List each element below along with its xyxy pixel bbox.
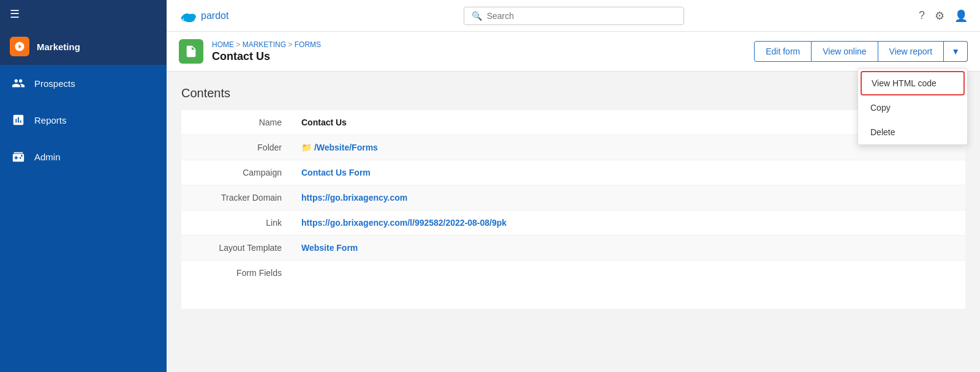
page-header-actions: Edit form View online View report ▼ View… [754, 41, 968, 62]
search-icon: 🔍 [472, 11, 482, 21]
marketing-label: Marketing [37, 42, 80, 52]
breadcrumb-home[interactable]: HOME [212, 40, 234, 49]
table-row: Folder 📁 /Website/Forms [181, 135, 965, 160]
table-row: Layout Template Website Form [181, 236, 965, 261]
table-row: Name Contact Us [181, 110, 965, 135]
breadcrumb: HOME > MARKETING > FORMS [212, 40, 321, 49]
view-online-button[interactable]: View online [812, 41, 878, 62]
contents-title: Contents [181, 86, 965, 100]
sidebar-item-prospects-label: Prospects [34, 78, 75, 89]
sidebar-item-reports-label: Reports [34, 115, 67, 125]
dropdown-menu: View HTML code Copy Delete [858, 68, 968, 145]
sidebar-item-reports[interactable]: Reports [0, 102, 167, 138]
row-value-tracker-domain: https://go.brixagency.com [292, 185, 965, 210]
prospects-icon [10, 75, 27, 92]
tracker-domain-link[interactable]: https://go.brixagency.com [301, 193, 407, 203]
search-container: 🔍 [228, 7, 919, 25]
row-value-campaign: Contact Us Form [292, 160, 965, 185]
table-row: Link https://go.brixagency.com/l/992582/… [181, 210, 965, 236]
edit-form-button[interactable]: Edit form [754, 41, 812, 62]
logo-area: sf pardot [179, 8, 228, 24]
sidebar: ☰ Marketing Prospects Reports Admin [0, 0, 167, 372]
admin-icon [10, 148, 27, 165]
view-report-button[interactable]: View report [878, 41, 944, 62]
reports-icon [10, 111, 27, 128]
copy-item[interactable]: Copy [858, 95, 967, 120]
settings-icon[interactable]: ⚙ [935, 9, 944, 23]
topbar-actions: ? ⚙ 👤 [919, 9, 968, 23]
row-label-tracker-domain: Tracker Domain [181, 185, 292, 210]
breadcrumb-sep1: > [234, 40, 243, 49]
row-value-link: https://go.brixagency.com/l/992582/2022-… [292, 210, 965, 236]
search-box: 🔍 [464, 7, 684, 25]
help-icon[interactable]: ? [919, 9, 925, 22]
form-icon-box [179, 39, 203, 64]
sidebar-top: ☰ [0, 0, 167, 28]
view-html-code-item[interactable]: View HTML code [861, 71, 965, 95]
sidebar-item-prospects[interactable]: Prospects [0, 65, 167, 102]
form-link[interactable]: https://go.brixagency.com/l/992582/2022-… [301, 218, 507, 228]
table-row: Tracker Domain https://go.brixagency.com [181, 185, 965, 210]
svg-point-3 [184, 15, 195, 22]
table-row: Form Fields [181, 261, 965, 310]
row-label-layout-template: Layout Template [181, 236, 292, 261]
marketing-icon [10, 37, 29, 56]
sidebar-item-marketing[interactable]: Marketing [0, 28, 167, 65]
page-title: Contact Us [212, 50, 321, 63]
hamburger-icon[interactable]: ☰ [10, 7, 20, 21]
row-label-campaign: Campaign [181, 160, 292, 185]
search-input[interactable] [487, 11, 676, 21]
row-value-form-fields [292, 261, 965, 310]
table-row: Campaign Contact Us Form [181, 160, 965, 185]
breadcrumb-forms[interactable]: FORMS [295, 40, 321, 49]
salesforce-logo: sf [179, 8, 201, 24]
folder-link[interactable]: 📁 /Website/Forms [301, 143, 378, 152]
layout-template-link[interactable]: Website Form [301, 243, 358, 253]
page-header: HOME > MARKETING > FORMS Contact Us Edit… [167, 32, 980, 72]
row-label-name: Name [181, 110, 292, 135]
breadcrumb-marketing[interactable]: MARKETING [243, 40, 286, 49]
page-header-info: HOME > MARKETING > FORMS Contact Us [212, 40, 321, 63]
dropdown-toggle-button[interactable]: ▼ [944, 41, 968, 62]
row-label-link: Link [181, 210, 292, 236]
user-icon[interactable]: 👤 [954, 9, 968, 23]
details-table: Name Contact Us Folder 📁 /Website/Forms … [181, 110, 965, 310]
sidebar-item-admin[interactable]: Admin [0, 138, 167, 175]
row-label-form-fields: Form Fields [181, 261, 292, 310]
topbar: sf pardot 🔍 ? ⚙ 👤 [167, 0, 980, 32]
delete-item[interactable]: Delete [858, 120, 967, 144]
main-content: sf pardot 🔍 ? ⚙ 👤 HOME > MARKETING > FOR… [167, 0, 980, 372]
row-value-layout-template: Website Form [292, 236, 965, 261]
sidebar-item-admin-label: Admin [34, 152, 61, 162]
pardot-logo-text: pardot [201, 10, 228, 21]
campaign-link[interactable]: Contact Us Form [301, 168, 371, 177]
breadcrumb-sep2: > [286, 40, 295, 49]
svg-text:sf: sf [181, 17, 185, 21]
page-header-left: HOME > MARKETING > FORMS Contact Us [179, 39, 321, 64]
row-label-folder: Folder [181, 135, 292, 160]
